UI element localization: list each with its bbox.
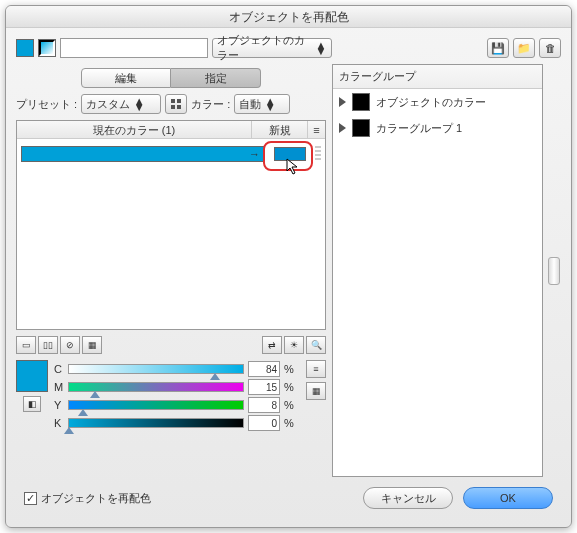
merge-button[interactable]: ▭ (16, 336, 36, 354)
current-colors-header[interactable]: 現在のカラー (1) (17, 121, 252, 138)
limit-color-button[interactable]: ▦ (306, 382, 326, 400)
c-label: C (54, 363, 64, 375)
row-handle[interactable] (315, 146, 321, 162)
color-groups-title: カラーグループ (333, 65, 542, 89)
group-swatch (352, 93, 370, 111)
new-group-button[interactable]: 📁 (513, 38, 535, 58)
color-mode-button[interactable]: ◧ (23, 396, 41, 412)
save-icon: 💾 (491, 42, 505, 55)
dialog-title: オブジェクトを再配色 (6, 6, 571, 28)
exclude-button[interactable]: ⊘ (60, 336, 80, 354)
disclosure-triangle-icon (339, 123, 346, 133)
check-icon: ✓ (26, 492, 35, 505)
tab-assign[interactable]: 指定 (171, 68, 261, 88)
preset-label: プリセット : (16, 97, 77, 112)
group-swatch (352, 119, 370, 137)
y-label: Y (54, 399, 64, 411)
cancel-button[interactable]: キャンセル (363, 487, 453, 509)
color-group-item[interactable]: カラーグループ 1 (333, 115, 542, 141)
gradient-swatch[interactable] (38, 39, 56, 57)
color-list: 現在のカラー (1) 新規 ≡ → (16, 120, 326, 330)
trash-icon: 🗑 (545, 42, 556, 54)
y-slider[interactable] (68, 400, 244, 410)
new-row-button[interactable]: ▦ (82, 336, 102, 354)
recolor-checkbox[interactable]: ✓ (24, 492, 37, 505)
m-value[interactable] (248, 379, 280, 395)
svg-rect-0 (171, 99, 175, 103)
m-slider[interactable] (68, 382, 244, 392)
ok-button[interactable]: OK (463, 487, 553, 509)
color-group-item[interactable]: オブジェクトのカラー (333, 89, 542, 115)
randomize-lum-button[interactable]: ☀ (284, 336, 304, 354)
svg-rect-1 (177, 99, 181, 103)
svg-rect-2 (171, 105, 175, 109)
object-color-combo-label: オブジェクトのカラー (217, 33, 313, 63)
new-color-swatch[interactable] (274, 147, 306, 161)
grid-icon (170, 98, 182, 110)
preset-options-button[interactable] (165, 94, 187, 114)
svg-rect-3 (177, 105, 181, 109)
current-color-bar[interactable]: → (21, 146, 265, 162)
arrow-icon: → (249, 148, 260, 160)
delete-group-button[interactable]: 🗑 (539, 38, 561, 58)
m-label: M (54, 381, 64, 393)
tab-edit[interactable]: 編集 (81, 68, 171, 88)
result-swatch[interactable] (16, 360, 48, 392)
group-label: オブジェクトのカラー (376, 95, 486, 110)
color-label: カラー : (191, 97, 230, 112)
k-slider[interactable] (68, 418, 244, 428)
color-group-name-input[interactable] (60, 38, 208, 58)
k-label: K (54, 417, 64, 429)
k-value[interactable] (248, 415, 280, 431)
c-value[interactable] (248, 361, 280, 377)
folder-icon: 📁 (517, 42, 531, 55)
save-group-button[interactable]: 💾 (487, 38, 509, 58)
list-menu-button[interactable]: ≡ (307, 121, 325, 138)
find-color-button[interactable]: 🔍 (306, 336, 326, 354)
randomize-hue-button[interactable]: ⇄ (262, 336, 282, 354)
active-color-swatch[interactable] (16, 39, 34, 57)
color-count-combo[interactable]: 自動 ▲▼ (234, 94, 290, 114)
panel-collapse-handle[interactable] (547, 64, 561, 477)
disclosure-triangle-icon (339, 97, 346, 107)
slider-menu-button[interactable]: ≡ (306, 360, 326, 378)
new-color-header[interactable]: 新規 (252, 121, 307, 138)
preset-combo[interactable]: カスタム ▲▼ (81, 94, 161, 114)
y-value[interactable] (248, 397, 280, 413)
separate-button[interactable]: ▯▯ (38, 336, 58, 354)
group-label: カラーグループ 1 (376, 121, 462, 136)
object-color-combo[interactable]: オブジェクトのカラー ▲▼ (212, 38, 332, 58)
recolor-label: オブジェクトを再配色 (41, 491, 151, 506)
c-slider[interactable] (68, 364, 244, 374)
